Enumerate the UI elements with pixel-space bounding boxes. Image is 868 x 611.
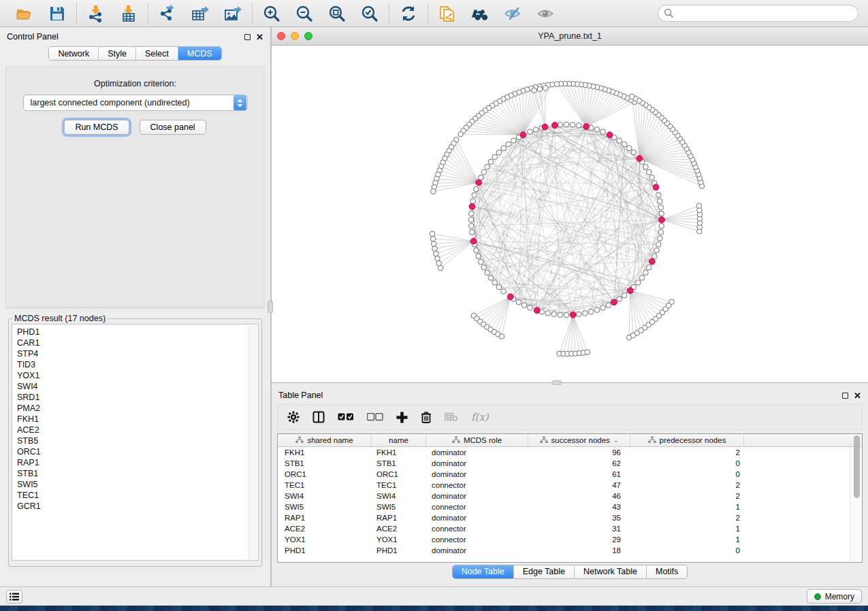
network-node[interactable] [474,186,479,192]
close-panel-icon[interactable]: ✕ [256,33,263,42]
network-hub-node[interactable] [520,132,526,138]
hide-selected-icon[interactable] [503,4,522,23]
network-hub-node[interactable] [611,299,617,306]
network-node[interactable] [501,288,507,294]
network-node[interactable] [622,293,627,298]
network-node[interactable] [438,265,443,271]
first-neighbors-icon[interactable] [470,4,489,23]
task-history-button[interactable] [6,590,22,604]
network-hub-node[interactable] [637,156,643,162]
network-node[interactable] [643,270,649,276]
network-hub-node[interactable] [627,288,633,294]
column-header-successor-nodes[interactable]: successor nodes⌄ [528,434,630,446]
table-scrollbar-thumb[interactable] [854,435,860,498]
network-node[interactable] [551,312,557,317]
mcds-result-item[interactable]: STP4 [17,348,246,359]
table-row[interactable]: ORC1ORC1dominator610 [278,469,862,480]
zoom-fit-icon[interactable] [327,4,347,23]
select-all-checkbox-icon[interactable] [338,413,354,421]
network-node[interactable] [558,312,563,318]
mcds-result-item[interactable]: TID3 [17,359,246,370]
column-header-mcds-role[interactable]: MCDS role [426,434,528,446]
mcds-result-item[interactable]: TEC1 [17,490,246,501]
network-node[interactable] [669,299,675,305]
network-node[interactable] [521,303,527,308]
table-row[interactable]: STB1STB1dominator620 [278,458,862,469]
column-header-shared-name[interactable]: shared name [278,434,372,446]
tab-select[interactable]: Select [136,47,178,60]
table-row[interactable]: TEC1TEC1connector472 [278,480,862,491]
network-node[interactable] [558,122,563,127]
network-node[interactable] [656,193,661,198]
network-node[interactable] [528,129,533,135]
network-canvas[interactable] [272,46,868,382]
network-node[interactable] [479,259,484,265]
mcds-result-item[interactable]: STB5 [17,435,246,446]
network-node[interactable] [617,138,622,144]
network-node[interactable] [576,122,581,128]
network-node[interactable] [658,199,663,204]
network-node[interactable] [643,164,649,169]
mcds-result-item[interactable]: RAP1 [17,457,246,468]
mcds-result-item[interactable]: ACE2 [17,425,246,435]
export-table-icon[interactable] [191,4,210,23]
window-minimize-icon[interactable] [291,32,299,40]
network-node[interactable] [431,189,436,195]
delete-column-icon[interactable] [421,411,432,423]
import-table-icon[interactable] [119,4,138,23]
network-node[interactable] [434,251,439,257]
network-window-titlebar[interactable]: YPA_prune.txt_1 [272,27,868,46]
deselect-all-checkbox-icon[interactable] [367,413,383,421]
network-hub-node[interactable] [534,308,540,314]
network-node[interactable] [501,146,507,151]
window-close-icon[interactable] [277,32,285,40]
network-node[interactable] [576,312,581,317]
save-session-icon[interactable] [48,4,67,23]
memory-button[interactable]: Memory [807,589,862,604]
network-node[interactable] [631,150,637,155]
network-node[interactable] [617,297,622,302]
network-node[interactable] [485,164,490,169]
mcds-result-item[interactable]: FKH1 [17,414,246,425]
network-node[interactable] [652,254,658,259]
float-panel-icon[interactable] [244,34,251,40]
network-node[interactable] [564,122,569,127]
network-node[interactable] [654,248,660,253]
network-node[interactable] [588,309,594,314]
add-column-icon[interactable] [396,412,408,423]
close-panel-button[interactable]: Close panel [140,120,206,135]
network-node[interactable] [496,150,502,155]
tab-motifs[interactable]: Motifs [647,565,687,578]
refresh-icon[interactable] [399,4,418,23]
network-node[interactable] [696,203,702,209]
network-node[interactable] [481,169,487,175]
table-row[interactable]: PHD1PHD1dominator180 [278,545,862,556]
window-zoom-icon[interactable] [304,32,312,40]
network-hub-node[interactable] [476,180,482,186]
node-table-header[interactable]: shared namenameMCDS rolesuccessor nodes⌄… [278,434,862,447]
criterion-dropdown[interactable]: largest connected component (undirected) [23,95,248,111]
vertical-splitter-handle[interactable] [268,301,273,313]
show-all-icon[interactable] [536,4,555,23]
network-hub-node[interactable] [570,312,576,318]
export-network-icon[interactable] [158,4,177,23]
mcds-result-item[interactable]: SWI4 [17,381,246,392]
network-node[interactable] [435,256,440,261]
export-image-icon[interactable] [223,4,242,23]
network-node[interactable] [499,334,504,340]
network-hub-node[interactable] [583,124,590,130]
mcds-result-item[interactable]: SWI5 [17,479,246,490]
column-header-name[interactable]: name [372,434,426,446]
list-scrollbar[interactable] [248,325,257,559]
tab-mcds[interactable]: MCDS [178,47,221,60]
network-node[interactable] [430,231,435,237]
network-node[interactable] [516,299,521,305]
table-row[interactable]: ACE2ACE2connector311 [278,523,862,534]
network-node[interactable] [606,303,611,308]
network-node[interactable] [627,146,632,151]
network-node[interactable] [570,122,575,127]
network-node[interactable] [594,127,600,133]
network-hub-node[interactable] [653,184,659,191]
mcds-result-item[interactable]: CAR1 [17,337,246,348]
network-node[interactable] [532,88,537,93]
